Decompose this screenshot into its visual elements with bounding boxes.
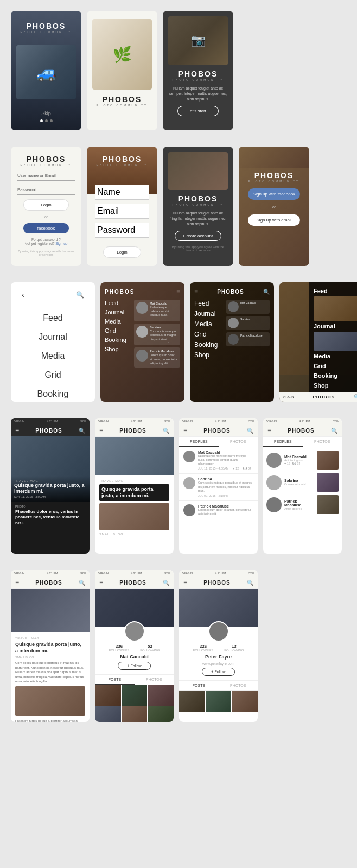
article-main-title: Quisque gravida porta justo, a interdum …	[15, 642, 85, 654]
peter-photo-3[interactable]	[232, 691, 258, 712]
dark-menu-brand-1: PHOBOS	[105, 289, 135, 295]
peter-info: 226 FOLLOWERS 13 FOLLOWING Peter Fayre w…	[179, 627, 258, 680]
hamburger-icon-2[interactable]: ≡	[194, 288, 198, 295]
peter-follow-btn[interactable]: + Follow	[202, 668, 234, 676]
dark-menu-booking-1[interactable]: Booking	[105, 337, 134, 343]
photos-sub-3: Amet dolores	[284, 507, 314, 510]
peter-tab-photos[interactable]: PHOTOS	[219, 681, 258, 690]
tab-peoples[interactable]: PEOPLES	[179, 437, 219, 447]
skip-button[interactable]: Skip	[41, 111, 51, 116]
reg-password-input[interactable]: Password	[95, 223, 149, 238]
search-feed-1[interactable]: 🔍	[79, 428, 85, 434]
dark-menu-grid-1[interactable]: Grid	[105, 327, 134, 334]
dark-menu-feed-1[interactable]: Feed	[105, 300, 134, 306]
email-input[interactable]: Email	[95, 204, 149, 219]
tab-photos[interactable]: PHOTOS	[219, 437, 258, 447]
hamburger-feed-2[interactable]: ≡	[99, 427, 103, 434]
dark-menu-media-1[interactable]: Media	[105, 318, 134, 325]
register-screen: PHOBOS PHOTO COMMUNITY Name Email Passwo…	[87, 147, 157, 266]
menu-item-grid[interactable]: Grid	[22, 367, 84, 383]
brand-sub-1: PHOTO COMMUNITY	[21, 30, 72, 34]
overlay-grid[interactable]: Grid	[314, 363, 357, 369]
people-status-bar: VIRGIN 4:21 PM 32%	[179, 418, 258, 425]
create-logo: PHOBOS PHOTO COMMUNITY	[173, 194, 224, 206]
create-terms: By using this app you agree with the ter…	[168, 245, 228, 252]
hamburger-profile-mat[interactable]: ≡	[99, 579, 103, 586]
journal-thumb	[314, 296, 357, 321]
peter-tab-posts[interactable]: POSTS	[179, 681, 219, 690]
dark-menu-journal-1[interactable]: Journal	[105, 309, 134, 315]
dark-menu-journal-2[interactable]: Journal	[194, 310, 226, 318]
menu-item-booking[interactable]: Booking	[22, 386, 84, 402]
peter-photo-2[interactable]	[206, 691, 232, 712]
photos-tab-peoples[interactable]: PEOPLES	[263, 437, 303, 447]
people-card-2: Sabrina Cum sociis natoque penatibus et …	[134, 324, 180, 345]
search-article[interactable]: 🔍	[79, 580, 85, 586]
search-feed-2[interactable]: 🔍	[163, 428, 169, 434]
overlay-journal[interactable]: Journal	[314, 323, 357, 330]
overlay-feed[interactable]: Feed	[314, 288, 357, 294]
login-sub: PHOTO COMMUNITY	[21, 163, 72, 167]
mat-tab-photos[interactable]: PHOTOS	[135, 675, 174, 685]
feed-tag-2: PHOTO	[15, 505, 85, 508]
dark-menu-booking-2[interactable]: Booking	[194, 341, 226, 349]
photos-tab-photos[interactable]: PHOTOS	[303, 437, 342, 447]
peter-photo-1[interactable]	[179, 691, 205, 712]
password-input[interactable]: Password	[17, 185, 75, 195]
search-profile-mat[interactable]: 🔍	[163, 580, 169, 586]
dark-menu-shop-1[interactable]: Shop	[105, 346, 134, 352]
signup-email-button[interactable]: Sign up with email	[248, 214, 299, 226]
overlay-shop[interactable]: Shop	[314, 382, 357, 389]
dark-menu-media-2[interactable]: Media	[194, 320, 226, 328]
facebook-button[interactable]: facebook	[23, 223, 69, 233]
login-button[interactable]: Login	[23, 199, 69, 211]
menu-item-media[interactable]: Media	[22, 348, 84, 364]
back-arrow-icon[interactable]: ‹	[22, 290, 24, 299]
search-icon-2[interactable]: 🔍	[263, 289, 270, 295]
mat-photo-3[interactable]	[148, 685, 174, 706]
search-people[interactable]: 🔍	[247, 428, 253, 434]
menu-item-journal[interactable]: Journal	[22, 329, 84, 345]
mat-photo-4[interactable]	[95, 706, 121, 722]
username-input[interactable]: User name or Email	[17, 171, 75, 181]
hamburger-article[interactable]: ≡	[15, 579, 19, 586]
onboard-bottom-1: Skip	[40, 111, 53, 122]
hamburger-people[interactable]: ≡	[183, 427, 187, 434]
white-menu-screen: ‹ 🔍 Feed Journal Media Grid Booking Shop	[11, 282, 95, 402]
forgot-label[interactable]: Forgot password ?	[31, 238, 61, 242]
signup-facebook-button[interactable]: Sign up with facebook	[248, 188, 299, 200]
search-photos[interactable]: 🔍	[331, 428, 337, 434]
hamburger-feed-1[interactable]: ≡	[15, 427, 19, 434]
mat-photo-6[interactable]	[148, 706, 174, 722]
onboard-screen-1: PHOBOS PHOTO COMMUNITY Skip	[11, 11, 81, 130]
profile-mat-follow-btn[interactable]: + Follow	[118, 662, 150, 670]
create-brand: PHOBOS	[178, 194, 218, 203]
peter-avatar	[208, 621, 229, 642]
mat-tab-posts[interactable]: POSTS	[95, 675, 135, 685]
lets-start-button[interactable]: Let's start !	[177, 106, 219, 116]
hamburger-peter[interactable]: ≡	[183, 579, 187, 586]
dark-menu-shop-2[interactable]: Shop	[194, 351, 226, 359]
mat-photo-2[interactable]	[122, 685, 148, 706]
register-login-button[interactable]: Login	[103, 246, 141, 258]
profile-mat-header: ≡ PHOBOS 🔍	[95, 576, 174, 589]
profile-mat-avatar	[124, 621, 145, 642]
hamburger-icon-1[interactable]: ≡	[176, 288, 180, 295]
overlay-media[interactable]: Media	[314, 353, 357, 359]
search-icon-white[interactable]: 🔍	[76, 291, 84, 299]
name-input[interactable]: Name	[95, 185, 149, 200]
mat-photo-1[interactable]	[95, 685, 121, 706]
search-icon-overlay[interactable]: 🔍	[354, 394, 357, 400]
mat-photo-5[interactable]	[122, 706, 148, 722]
create-account-button[interactable]: Create account	[175, 231, 221, 241]
menu-item-feed[interactable]: Feed	[22, 310, 84, 326]
dot-1	[40, 119, 43, 122]
hamburger-photos[interactable]: ≡	[267, 427, 271, 434]
dark-menu-feed-2[interactable]: Feed	[194, 300, 226, 307]
overlay-menu-screen: Feed Journal Media Grid Booking Shop VIR…	[279, 282, 357, 402]
overlay-booking[interactable]: Booking	[314, 372, 357, 379]
profile-mat-name: Mat Caccald	[120, 654, 149, 660]
dark-menu-grid-2[interactable]: Grid	[194, 331, 226, 338]
signup-link[interactable]: Sign up	[55, 242, 67, 245]
search-peter[interactable]: 🔍	[247, 580, 253, 586]
